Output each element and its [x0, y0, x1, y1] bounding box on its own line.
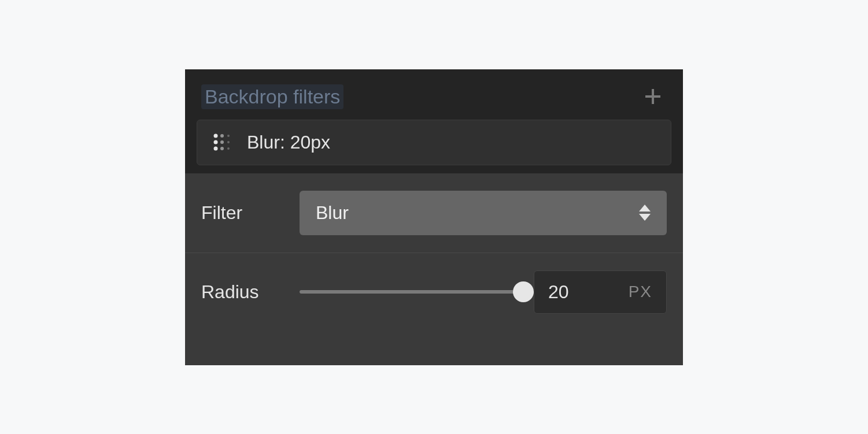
radius-control: PX: [300, 270, 667, 314]
filter-type-row: Filter Blur: [185, 173, 683, 253]
radius-value-box: PX: [534, 270, 667, 314]
section-title: Backdrop filters: [201, 84, 343, 109]
filter-type-dropdown[interactable]: Blur: [300, 191, 667, 235]
radius-input[interactable]: [548, 281, 594, 303]
sort-arrows-icon: [639, 205, 651, 221]
add-filter-button[interactable]: [639, 87, 667, 106]
svg-point-5: [214, 140, 218, 144]
filter-type-label: Filter: [201, 202, 288, 224]
radius-unit-label: PX: [629, 283, 652, 301]
filter-item-label: Blur: 20px: [247, 132, 330, 153]
filter-type-value: Blur: [316, 202, 349, 224]
svg-point-6: [220, 140, 224, 144]
section-header: Backdrop filters: [185, 69, 683, 120]
backdrop-filters-panel: Backdrop filters Blur: 20px: [185, 69, 683, 365]
blur-icon: [212, 132, 232, 152]
svg-marker-11: [639, 205, 651, 212]
svg-marker-12: [639, 214, 651, 221]
plus-icon: [644, 87, 662, 106]
svg-point-8: [214, 147, 218, 151]
radius-row: Radius PX: [185, 253, 683, 331]
radius-slider[interactable]: [300, 290, 523, 294]
svg-point-10: [227, 147, 230, 150]
filter-list-item[interactable]: Blur: 20px: [197, 120, 671, 165]
svg-point-3: [220, 134, 224, 138]
svg-point-7: [227, 141, 230, 143]
svg-point-2: [214, 134, 218, 138]
radius-label: Radius: [201, 281, 288, 303]
svg-point-4: [227, 135, 230, 137]
filter-settings: Filter Blur Radius PX: [185, 173, 683, 365]
radius-slider-thumb[interactable]: [513, 281, 534, 302]
svg-point-9: [220, 147, 224, 150]
